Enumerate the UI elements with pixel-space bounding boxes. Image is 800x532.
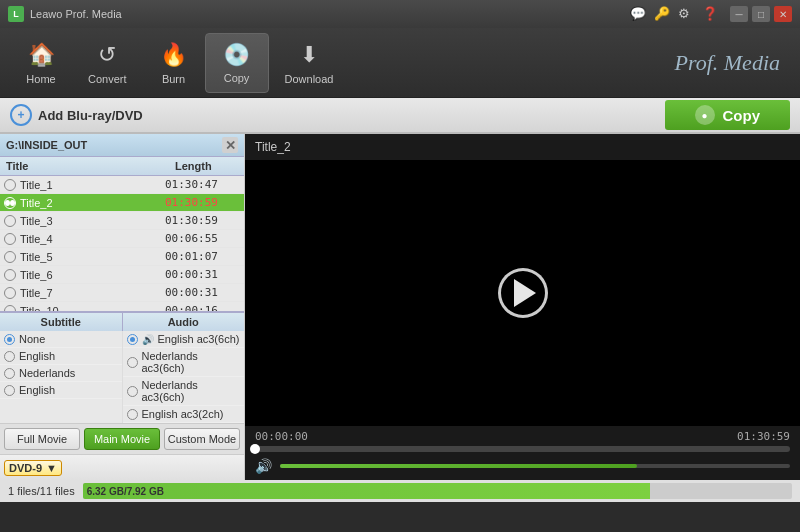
title-name: Title_4 [20,233,165,245]
title-name: Title_7 [20,287,165,299]
audio-option-label: Nederlands ac3(6ch) [142,350,241,374]
audio-option-label: English ac3(6ch) [158,333,240,345]
title-length: 01:30:47 [165,178,240,191]
titlebar: L Leawo Prof. Media 💬 🔑 ⚙ ❓ ─ □ ✕ [0,0,800,28]
subtitle-header: Subtitle [0,313,123,331]
progress-thumb[interactable] [250,444,260,454]
nav-burn-label: Burn [162,73,185,85]
custom-mode-button[interactable]: Custom Mode [164,428,240,450]
nav-home[interactable]: 🏠 Home [10,33,72,93]
subtitle-radio [4,334,15,345]
subtitle-row[interactable]: English [0,348,122,365]
subheader: + Add Blu-ray/DVD ● Copy [0,98,800,134]
subtitle-radio [4,368,15,379]
subtitle-row[interactable]: English [0,382,122,399]
copy-icon: 💿 [222,42,252,68]
nav-convert-label: Convert [88,73,127,85]
title-row[interactable]: Title_10 00:00:16 [0,302,244,311]
title-name: Title_3 [20,215,165,227]
main-content: G:\INSIDE_OUT ✕ Title Length Title_1 01:… [0,134,800,480]
disc-label-bar: G:\INSIDE_OUT ✕ [0,134,244,157]
title-length: 00:00:31 [165,268,240,281]
title-radio [4,251,16,263]
title-length: 00:01:07 [165,250,240,263]
title-row[interactable]: Title_3 01:30:59 [0,212,244,230]
audio-option-label: Nederlands ac3(6ch) [142,379,241,403]
main-movie-button[interactable]: Main Movie [84,428,160,450]
titlebar-icons: 💬 🔑 ⚙ ❓ [630,6,718,22]
volume-bar[interactable] [280,464,790,468]
title-radio [4,269,16,281]
nav-copy-label: Copy [224,72,250,84]
title-row[interactable]: Title_2 01:30:59 [0,194,244,212]
subtitle-radio [4,351,15,362]
title-name: Title_1 [20,179,165,191]
time-total: 01:30:59 [737,430,790,443]
window-controls: ─ □ ✕ [730,6,792,22]
play-button[interactable] [498,268,548,318]
disc-close-button[interactable]: ✕ [222,137,238,153]
time-current: 00:00:00 [255,430,308,443]
chat-icon[interactable]: 💬 [630,6,646,22]
audio-radio [127,357,138,368]
home-icon: 🏠 [26,41,56,69]
title-row[interactable]: Title_7 00:00:31 [0,284,244,302]
volume-icon[interactable]: 🔊 [255,458,272,474]
nav-download[interactable]: ⬇ Download [269,33,350,93]
nav-home-label: Home [26,73,55,85]
subtitle-option-label: Nederlands [19,367,75,379]
footer: 1 files/11 files 6.32 GB/7.92 GB [0,480,800,502]
title-radio [4,215,16,227]
nav-copy[interactable]: 💿 Copy [205,33,269,93]
key-icon[interactable]: 🔑 [654,6,670,22]
download-icon: ⬇ [294,41,324,69]
nav-burn[interactable]: 🔥 Burn [143,33,205,93]
add-bluray-dvd-button[interactable]: + Add Blu-ray/DVD [10,104,143,126]
col-length-header: Length [169,157,244,175]
help-icon[interactable]: ❓ [702,6,718,22]
title-row[interactable]: Title_5 00:01:07 [0,248,244,266]
title-length: 01:30:59 [165,214,240,227]
subtitle-audio-header: Subtitle Audio [0,313,244,331]
subtitle-audio-section: Subtitle Audio NoneEnglishNederlandsEngl… [0,311,244,423]
video-title: Title_2 [245,134,800,160]
burn-icon: 🔥 [159,41,189,69]
nav-download-label: Download [285,73,334,85]
maximize-button[interactable]: □ [752,6,770,22]
left-panel: G:\INSIDE_OUT ✕ Title Length Title_1 01:… [0,134,245,480]
add-label: Add Blu-ray/DVD [38,108,143,123]
subtitle-col: NoneEnglishNederlandsEnglish [0,331,123,423]
player-controls: 00:00:00 01:30:59 🔊 [245,426,800,480]
title-row[interactable]: Title_4 00:06:55 [0,230,244,248]
audio-row[interactable]: Nederlands ac3(6ch) [123,377,245,406]
title-length: 00:00:31 [165,286,240,299]
progress-bar[interactable] [255,446,790,452]
navbar: 🏠 Home ↺ Convert 🔥 Burn 💿 Copy ⬇ Downloa… [0,28,800,98]
dvd-dropdown[interactable]: DVD-9 ▼ [4,460,62,476]
close-button[interactable]: ✕ [774,6,792,22]
subtitle-row[interactable]: None [0,331,122,348]
title-row[interactable]: Title_1 01:30:47 [0,176,244,194]
brand-logo: Prof. Media [675,50,791,76]
volume-fill [280,464,637,468]
disc-add-icon: + [10,104,32,126]
minimize-button[interactable]: ─ [730,6,748,22]
audio-speaker-icon: 🔊 [142,334,154,345]
video-area[interactable] [245,160,800,426]
copy-action-button[interactable]: ● Copy [665,100,791,130]
copy-action-label: Copy [723,107,761,124]
audio-row[interactable]: Nederlands ac3(6ch) [123,348,245,377]
title-row[interactable]: Title_6 00:00:31 [0,266,244,284]
audio-row[interactable]: English ac3(2ch) [123,406,245,423]
subtitle-option-label: English [19,350,55,362]
storage-label: 6.32 GB/7.92 GB [87,486,164,497]
audio-radio [127,409,138,420]
nav-convert[interactable]: ↺ Convert [72,33,143,93]
time-row: 00:00:00 01:30:59 [255,430,790,443]
gear-icon[interactable]: ⚙ [678,6,694,22]
full-movie-button[interactable]: Full Movie [4,428,80,450]
title-name: Title_6 [20,269,165,281]
subtitle-row[interactable]: Nederlands [0,365,122,382]
audio-row[interactable]: 🔊English ac3(6ch) [123,331,245,348]
subtitle-audio-rows: NoneEnglishNederlandsEnglish🔊English ac3… [0,331,244,423]
